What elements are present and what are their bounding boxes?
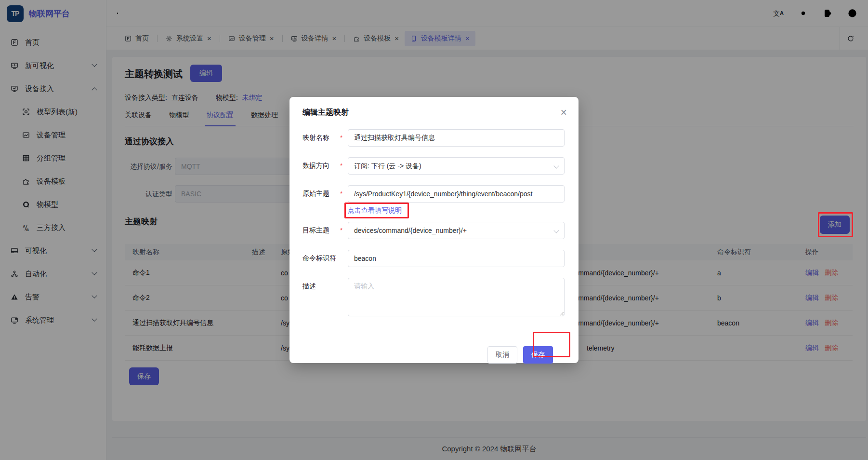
data-direction-select[interactable]: 订阅: 下行 (云 -> 设备) bbox=[348, 157, 565, 175]
command-identifier-input[interactable] bbox=[348, 250, 565, 267]
modal-save-button[interactable]: 保存 bbox=[523, 346, 553, 364]
origin-topic-input[interactable] bbox=[348, 185, 565, 203]
target-topic-select[interactable]: devices/command/{device_number}/+ bbox=[348, 222, 565, 239]
required-mark: * bbox=[340, 129, 348, 141]
command-identifier-label: 命令标识符 bbox=[302, 250, 340, 263]
description-label: 描述 bbox=[302, 278, 340, 291]
origin-topic-label: 原始主题 bbox=[302, 185, 340, 198]
field-command-identifier: 命令标识符 bbox=[302, 250, 565, 267]
modal-title: 编辑主题映射 bbox=[302, 108, 349, 118]
modal-header: 编辑主题映射 × bbox=[289, 97, 579, 118]
field-mapping-name: 映射名称 * bbox=[302, 129, 565, 147]
required-mark: * bbox=[340, 185, 348, 197]
target-topic-label: 目标主题 bbox=[302, 222, 340, 235]
required-mark: * bbox=[340, 157, 348, 169]
data-direction-label: 数据方向 bbox=[302, 157, 340, 170]
mapping-name-label: 映射名称 bbox=[302, 129, 340, 142]
required-mark: * bbox=[340, 222, 348, 234]
fill-instructions-link[interactable]: 点击查看填写说明 bbox=[348, 206, 402, 215]
description-textarea[interactable] bbox=[348, 278, 565, 316]
close-icon[interactable]: × bbox=[561, 108, 567, 118]
field-description: 描述 bbox=[302, 278, 565, 318]
cancel-button[interactable]: 取消 bbox=[487, 346, 517, 364]
field-target-topic: 目标主题 * devices/command/{device_number}/+ bbox=[302, 222, 565, 239]
edit-topic-mapping-modal: 编辑主题映射 × 映射名称 * 数据方向 * 订阅: 下行 (云 -> 设备) … bbox=[289, 97, 579, 363]
mapping-name-input[interactable] bbox=[348, 129, 565, 147]
field-origin-topic: 原始主题 * 点击查看填写说明 bbox=[302, 185, 565, 215]
modal-footer: 取消 保存 bbox=[302, 329, 565, 364]
field-data-direction: 数据方向 * 订阅: 下行 (云 -> 设备) bbox=[302, 157, 565, 175]
modal-body: 映射名称 * 数据方向 * 订阅: 下行 (云 -> 设备) 原始主题 * 点击… bbox=[289, 118, 579, 364]
